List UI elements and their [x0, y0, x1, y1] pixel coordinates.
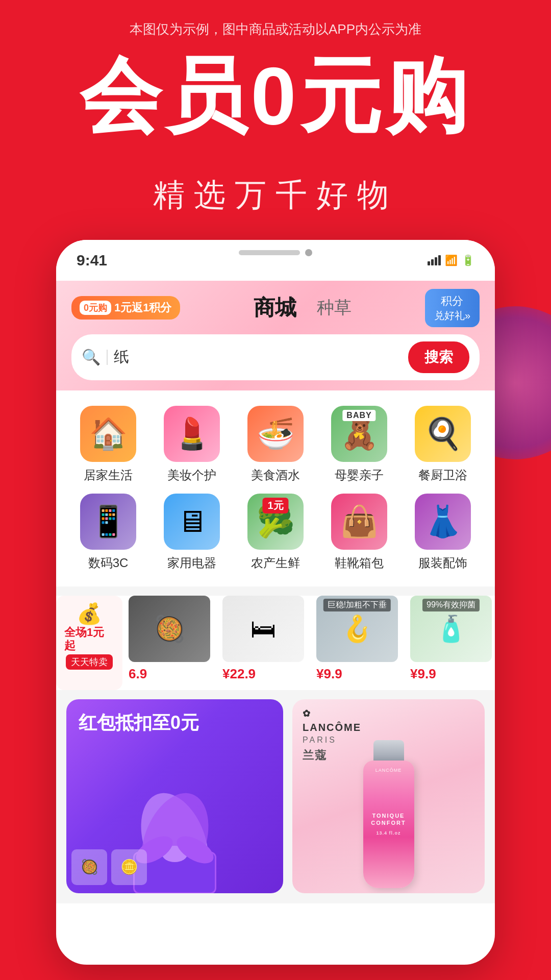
category-item-food[interactable]: 🍜 美食酒水	[234, 406, 317, 483]
sale-title: 全场1元起	[64, 626, 114, 653]
bottle-label: TONIQUE CONFORT 13.4 fl.oz	[371, 812, 406, 836]
baby-badge: BABY	[342, 410, 375, 421]
banner-decoration: 🥘 🪙	[66, 761, 283, 893]
banner-items-row: 🥘 🪙	[71, 849, 147, 885]
points-line1: 积分	[434, 294, 470, 309]
category-label-kitchen: 餐厨卫浴	[418, 467, 467, 483]
battery-icon: 🔋	[462, 254, 474, 266]
category-item-beauty[interactable]: 💄 美妆个护	[150, 406, 234, 483]
category-label-food: 美食酒水	[251, 467, 300, 483]
category-icon-shoes: 👜	[331, 494, 387, 550]
tab-discover[interactable]: 种草	[317, 296, 352, 320]
category-item-home[interactable]: 🏠 居家生活	[66, 406, 150, 483]
signal-bar-3	[435, 257, 437, 265]
status-bar: 9:41 📶 🔋	[56, 240, 495, 281]
points-line2: 兑好礼»	[434, 309, 470, 322]
brand-name: LANCÔME	[303, 720, 361, 734]
category-label-farm: 农产生鲜	[251, 555, 300, 571]
category-item-shoes[interactable]: 👜 鞋靴箱包	[317, 494, 401, 571]
search-icon: 🔍	[82, 348, 101, 366]
product-price-1: 6.9	[129, 666, 147, 681]
search-button[interactable]: 搜索	[408, 341, 469, 373]
bottle-image: TONIQUE CONFORT 13.4 fl.oz LANCÔME	[350, 740, 427, 893]
app-header: 0元购 1元返1积分 商城 种草 积分 兑好礼» 🔍 纸 搜索	[56, 281, 495, 390]
banner-left[interactable]: 红包抵扣至0元	[66, 699, 283, 893]
category-icon-fashion: 👗	[415, 494, 471, 550]
category-label-fashion: 服装配饰	[418, 555, 467, 571]
bottle-body: TONIQUE CONFORT 13.4 fl.oz LANCÔME	[363, 761, 414, 888]
category-item-baby[interactable]: 🧸 BABY 母婴亲子	[317, 406, 401, 483]
category-item-digital[interactable]: 📱 数码3C	[66, 494, 150, 571]
product-emoji-2: 🛏	[251, 614, 276, 644]
banner-right[interactable]: ✿ LANCÔME PARIS 兰蔻 TONIQUE CONFORT 13.4 …	[292, 699, 485, 893]
products-section: 💰 全场1元起 天天特卖 🥘 6.9	[56, 596, 495, 690]
nav-tabs: 商城 种草	[254, 293, 352, 322]
category-label-home: 居家生活	[84, 467, 133, 483]
products-scroll: 🥘 6.9 🛏 ¥22.9 🪝	[122, 596, 495, 690]
signal-bar-1	[428, 261, 430, 265]
category-item-appliance[interactable]: 🖥 家用电器	[150, 494, 234, 571]
hero-subtitle: 精选万千好物	[0, 174, 551, 216]
status-time: 9:41	[77, 252, 107, 269]
category-icon-beauty: 💄	[164, 406, 220, 462]
product-item-4[interactable]: 🧴 99%有效抑菌 ¥9.9	[404, 596, 495, 690]
search-bar: 🔍 纸 搜索	[71, 334, 480, 380]
category-label-digital: 数码3C	[88, 555, 129, 571]
kitchen-emoji: 🍳	[424, 415, 462, 452]
category-icon-home: 🏠	[80, 406, 136, 462]
badge-zero-yuan: 0元购	[80, 301, 111, 315]
product-emoji-3: 🪝	[341, 614, 373, 644]
signal-bar-2	[431, 259, 434, 265]
category-item-fashion[interactable]: 👗 服装配饰	[401, 494, 485, 571]
product-image-3: 🪝 巨稳!加粗不下垂	[316, 596, 398, 662]
category-icon-appliance: 🖥	[164, 494, 220, 550]
product-tag-3: 巨稳!加粗不下垂	[323, 599, 391, 611]
product-image-4: 🧴 99%有效抑菌	[410, 596, 492, 662]
points-banner[interactable]: 积分 兑好礼»	[425, 289, 480, 327]
mini-product-2: 🪙	[111, 849, 147, 885]
bottle-brand: LANCÔME	[375, 768, 402, 773]
sale-badge[interactable]: 💰 全场1元起 天天特卖	[56, 596, 122, 690]
banner-section: 红包抵扣至0元	[56, 699, 495, 903]
category-icon-food: 🍜	[247, 406, 304, 462]
header-top-row: 0元购 1元返1积分 商城 种草 积分 兑好礼»	[71, 289, 480, 327]
phone-notch	[239, 249, 312, 256]
sale-icon: 💰	[77, 602, 102, 626]
baby-emoji: 🧸	[340, 415, 379, 452]
app-content: 🏠 居家生活 💄 美妆个护 🍜 美食酒水	[56, 390, 495, 903]
yuan-badge: 1元	[262, 498, 288, 513]
disclaimer-text: 本图仅为示例，图中商品或活动以APP内公示为准	[0, 20, 551, 38]
badge-return-text: 1元返1积分	[114, 300, 171, 315]
tab-shop[interactable]: 商城	[254, 293, 296, 322]
home-emoji: 🏠	[89, 415, 128, 452]
search-divider	[107, 350, 108, 365]
category-label-appliance: 家用电器	[167, 555, 216, 571]
category-item-farm[interactable]: 🥦 1元 农产生鲜	[234, 494, 317, 571]
category-label-beauty: 美妆个护	[167, 467, 216, 483]
search-input-text[interactable]: 纸	[114, 347, 402, 368]
notch-bar	[239, 250, 300, 255]
product-tag-4: 99%有效抑菌	[422, 599, 480, 611]
category-section: 🏠 居家生活 💄 美妆个护 🍜 美食酒水	[56, 390, 495, 586]
hero-title: 会员0元购	[0, 51, 551, 141]
wifi-icon: 📶	[445, 254, 458, 266]
category-item-kitchen[interactable]: 🍳 餐厨卫浴	[401, 406, 485, 483]
category-icon-farm: 🥦 1元	[247, 494, 304, 550]
product-price-3: ¥9.9	[316, 666, 342, 681]
product-emoji-1: 🥘	[154, 614, 185, 644]
member-badge[interactable]: 0元购 1元返1积分	[71, 296, 180, 320]
category-icon-kitchen: 🍳	[415, 406, 471, 462]
bottle-cap	[373, 740, 404, 761]
product-item-3[interactable]: 🪝 巨稳!加粗不下垂 ¥9.9	[310, 596, 404, 690]
digital-emoji: 📱	[89, 503, 128, 540]
category-label-baby: 母婴亲子	[335, 467, 384, 483]
product-item-2[interactable]: 🛏 ¥22.9	[216, 596, 310, 690]
product-emoji-4: 🧴	[435, 614, 467, 644]
food-emoji: 🍜	[257, 415, 295, 452]
category-icon-baby: 🧸 BABY	[331, 406, 387, 462]
product-image-1: 🥘	[129, 596, 210, 662]
notch-dot	[305, 249, 312, 256]
product-item-1[interactable]: 🥘 6.9	[122, 596, 216, 690]
category-icon-digital: 📱	[80, 494, 136, 550]
shoes-emoji: 👜	[340, 503, 379, 540]
